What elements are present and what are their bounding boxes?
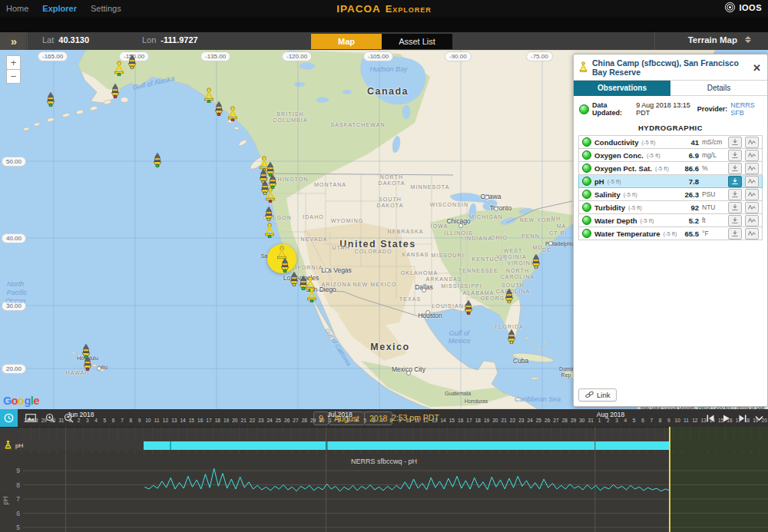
buoy-marker[interactable] [503, 288, 515, 303]
day-tick-label[interactable]: 29 [310, 418, 316, 423]
day-tick-label[interactable]: 23 [258, 418, 263, 423]
sparkline-button[interactable] [745, 176, 759, 187]
download-button[interactable] [728, 137, 742, 148]
buoy-marker[interactable] [306, 287, 318, 302]
day-tick-label[interactable]: 3 [615, 418, 618, 423]
download-button[interactable] [728, 202, 742, 213]
sparkline-button[interactable] [745, 215, 759, 226]
day-tick-label[interactable]: 30 [579, 418, 584, 423]
day-tick-label[interactable]: 27 [553, 418, 558, 423]
tab-map[interactable]: Map [311, 34, 382, 49]
day-tick-label[interactable]: 18 [475, 418, 481, 423]
day-tick-label[interactable]: 27 [293, 418, 298, 423]
day-tick-label[interactable]: 13 [700, 418, 706, 423]
day-tick-label[interactable]: 27 [24, 418, 29, 423]
day-tick-label[interactable]: 15 [189, 418, 194, 423]
day-tick-label[interactable]: 24 [527, 418, 532, 423]
buoy-marker[interactable] [126, 54, 138, 69]
day-tick-label[interactable]: 7 [381, 418, 384, 423]
day-tick-label[interactable]: 14 [440, 418, 445, 423]
day-tick-label[interactable]: 22 [510, 418, 515, 423]
day-tick-label[interactable]: 18 [215, 418, 220, 423]
day-tick-label[interactable]: 8 [129, 418, 132, 423]
buoy-marker[interactable] [530, 253, 542, 269]
day-tick-label[interactable]: 9 [667, 418, 670, 423]
day-tick-label[interactable]: 12 [423, 418, 429, 423]
link-button[interactable]: Link [578, 388, 617, 401]
buoy-marker[interactable] [81, 355, 94, 371]
day-tick-label[interactable]: 14 [710, 418, 715, 423]
observation-row-turbidity[interactable]: Turbidity(-5 ft)92NTU [578, 201, 763, 214]
buoy-marker[interactable] [213, 101, 225, 116]
day-tick-label[interactable]: 15 [718, 418, 723, 423]
day-tick-label[interactable]: 30 [319, 418, 324, 423]
sparkline-button[interactable] [745, 137, 759, 148]
day-tick-label[interactable]: 24 [266, 418, 272, 423]
day-tick-label[interactable]: 7 [121, 418, 124, 423]
day-tick-label[interactable]: 19 [753, 418, 758, 423]
buoy-marker[interactable] [505, 329, 518, 344]
day-tick-label[interactable]: 9 [399, 418, 402, 423]
day-tick-label[interactable]: 2 [78, 418, 81, 423]
day-tick-label[interactable]: 6 [641, 418, 644, 423]
day-tick-label[interactable]: 16 [197, 418, 203, 423]
close-icon[interactable]: ✕ [751, 62, 763, 74]
panel-tab-details[interactable]: Details [670, 81, 767, 96]
basemap-selector-arrows-icon[interactable] [745, 36, 751, 43]
day-tick-label[interactable]: 26 [284, 418, 290, 423]
buoy-marker[interactable] [109, 83, 121, 98]
basemap-selector[interactable]: Terrain Map [688, 35, 737, 45]
day-tick-label[interactable]: 5 [633, 418, 636, 423]
panel-tab-observations[interactable]: Observations [574, 81, 670, 96]
observation-row-water-depth[interactable]: Water Depth(-5 ft)5.2ft [578, 214, 763, 227]
day-tick-label[interactable]: 22 [250, 418, 255, 423]
buoy-marker[interactable] [227, 106, 239, 121]
download-button[interactable] [728, 228, 742, 240]
observation-row-conductivity[interactable]: Conductivity(-5 ft)41mS/cm [578, 135, 763, 149]
buoy-marker[interactable] [264, 187, 276, 203]
download-button[interactable] [728, 189, 742, 200]
day-tick-label[interactable]: 31 [588, 418, 594, 423]
day-tick-label[interactable]: 4 [355, 418, 358, 423]
day-tick-label[interactable]: 28 [32, 418, 38, 423]
day-tick-label[interactable]: 5 [364, 418, 367, 423]
day-tick-label[interactable]: 26 [545, 418, 550, 423]
day-tick-label[interactable]: 17 [206, 418, 211, 423]
nav-item-settings[interactable]: Settings [91, 4, 121, 13]
download-button[interactable] [728, 215, 742, 226]
day-tick-label[interactable]: 20 [762, 418, 767, 423]
day-tick-label[interactable]: 7 [650, 418, 653, 423]
buoy-marker[interactable] [113, 61, 125, 76]
day-tick-label[interactable]: 2 [607, 418, 610, 423]
day-tick-label[interactable]: 20 [232, 418, 237, 423]
day-tick-label[interactable]: 2 [338, 418, 341, 423]
day-tick-label[interactable]: 25 [276, 418, 281, 423]
day-tick-label[interactable]: 5 [104, 418, 107, 423]
day-tick-label[interactable]: 13 [432, 418, 437, 423]
day-tick-label[interactable]: 1 [329, 418, 332, 423]
timeline-chart-area[interactable] [0, 451, 768, 532]
day-tick-label[interactable]: 1 [598, 418, 601, 423]
day-tick-label[interactable]: 8 [389, 418, 392, 423]
provider-link[interactable]: NERRS SFB [730, 101, 762, 117]
nav-item-explorer[interactable]: Explorer [42, 4, 77, 13]
day-tick-label[interactable]: 29 [571, 418, 576, 423]
day-tick-label[interactable]: 11 [415, 418, 420, 423]
sparkline-button[interactable] [745, 228, 759, 240]
buoy-marker[interactable] [263, 223, 276, 238]
sparkline-button[interactable] [745, 150, 759, 161]
day-tick-label[interactable]: 16 [727, 418, 732, 423]
download-button[interactable] [728, 163, 742, 174]
buoy-marker[interactable] [462, 299, 475, 315]
day-tick-label[interactable]: 23 [518, 418, 524, 423]
nav-item-home[interactable]: Home [6, 4, 28, 13]
day-tick-label[interactable]: 28 [302, 418, 307, 423]
observation-row-oxygen-conc-[interactable]: Oxygen Conc.(-5 ft)6.9mg/L [578, 149, 763, 162]
day-tick-label[interactable]: 30 [50, 418, 55, 423]
day-tick-label[interactable]: 15 [449, 418, 455, 423]
year-picker-button[interactable]: 2018 [364, 411, 392, 425]
day-tick-label[interactable]: 17 [736, 418, 741, 423]
day-tick-label[interactable]: 29 [41, 418, 47, 423]
buoy-marker[interactable] [263, 206, 275, 221]
sparkline-button[interactable] [745, 163, 759, 174]
